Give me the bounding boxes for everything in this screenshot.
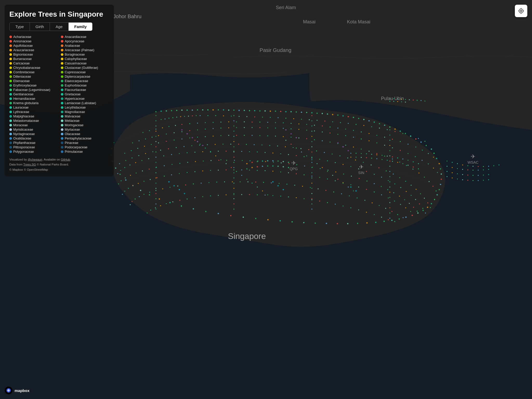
location-button[interactable] [515,5,527,17]
svg-point-368 [149,169,150,170]
svg-point-189 [158,135,159,136]
svg-point-301 [347,157,348,158]
legend-item: Dilleniaceae [9,75,58,78]
legend-color-dot [9,111,12,113]
svg-point-263 [399,162,400,163]
svg-point-192 [181,131,182,132]
svg-point-157 [228,121,229,122]
svg-point-85 [267,219,269,221]
svg-point-442 [381,194,382,195]
legend-item: Pinaceae [61,141,109,145]
legend-item-label: Dipterocarpaceae [65,75,90,78]
svg-point-473 [302,186,303,187]
svg-point-634 [283,161,284,162]
svg-point-633 [278,161,279,162]
svg-point-163 [275,122,276,123]
author-link[interactable]: @cheeaun [28,158,42,161]
svg-point-688 [446,161,448,162]
svg-point-667 [387,156,388,157]
svg-point-284 [215,144,216,145]
svg-point-490 [155,207,156,208]
legend-row: BignoniaceaeBoraginaceae [9,53,109,56]
legend-item: Araliaceae [61,44,109,48]
svg-point-366 [136,172,137,174]
legend-item-label: Moringaceae [65,123,83,127]
svg-point-472 [294,185,295,186]
svg-point-743 [283,189,284,190]
svg-point-672 [413,161,414,162]
svg-point-599 [200,144,201,145]
tab-type[interactable]: Type [10,23,30,31]
tab-age[interactable]: Age [50,23,69,31]
svg-point-344 [319,159,320,160]
svg-point-606 [236,171,237,172]
legend-item-label: Chrysobalanaceae [13,66,40,70]
svg-point-521 [388,219,389,220]
svg-point-495 [187,198,188,200]
tab-family[interactable]: Family [69,23,93,31]
svg-point-723 [478,180,479,181]
svg-point-16 [228,110,229,111]
legend-item-label: Flacourtiaceae [65,88,86,92]
tab-girth[interactable]: Girth [30,23,50,31]
legend-item: Malvaceae [61,115,109,118]
svg-point-202 [259,127,260,128]
svg-point-240 [220,135,221,136]
svg-point-487 [403,217,404,218]
legend-item-label: Magnoliaceae [65,110,85,114]
svg-point-627 [246,163,248,164]
svg-point-400 [393,192,394,193]
legend-item: Boraginaceae [61,53,109,56]
svg-point-441 [374,191,375,192]
svg-point-347 [343,164,344,165]
legend-item-label: Calophyllaceae [65,57,87,61]
svg-point-641 [272,165,274,167]
svg-point-733 [296,137,297,138]
legend-color-dot [61,97,63,100]
svg-point-636 [246,168,248,170]
svg-point-99 [120,174,121,175]
svg-point-52 [415,138,417,140]
footer: Visualized by @cheeaun. Available on Git… [9,157,109,172]
legend-row: PolygonaceaePrimulaceae [9,150,109,154]
svg-point-608 [246,179,247,180]
svg-point-210 [322,131,323,132]
github-link[interactable]: GitHub [61,158,70,161]
svg-point-677 [366,157,367,158]
svg-point-235 [181,138,182,139]
svg-point-291 [269,145,270,146]
svg-point-605 [231,167,232,168]
svg-point-467 [255,182,256,183]
svg-point-48 [395,129,396,130]
svg-point-294 [293,147,294,148]
svg-point-273 [132,157,133,158]
legend-item: Calophyllaceae [61,57,109,61]
svg-point-497 [202,196,203,197]
legend-item-label: Malpighiaceae [13,115,34,118]
svg-point-405 [417,211,418,212]
svg-point-378 [226,160,227,161]
legend-item-label: Achariaceae [13,35,31,39]
svg-point-285 [222,144,224,145]
svg-point-239 [213,136,214,137]
svg-point-131 [324,121,325,122]
svg-point-699 [446,166,448,167]
svg-point-130 [317,120,318,121]
svg-point-33 [317,113,318,114]
svg-point-417 [187,172,188,173]
legend-item: Elaeocarpaceae [61,79,109,83]
trees-sg-link[interactable]: Trees.SG [23,163,36,166]
legend-item-label: Gnetaceae [65,92,81,96]
legend-item: Caricaceae [9,62,58,65]
legend-item-label: Aquifoliaceae [13,44,33,48]
svg-point-266 [418,172,419,174]
svg-point-480 [357,197,358,198]
svg-point-612 [267,194,268,195]
svg-point-84 [280,220,281,222]
svg-point-386 [288,163,290,164]
legend-color-dot [9,106,12,109]
legend-row: HernandiaceaeHypericaceae [9,97,109,101]
svg-point-260 [376,153,377,154]
legend-item: Gentianaceae [9,92,58,96]
svg-point-602 [215,155,216,156]
